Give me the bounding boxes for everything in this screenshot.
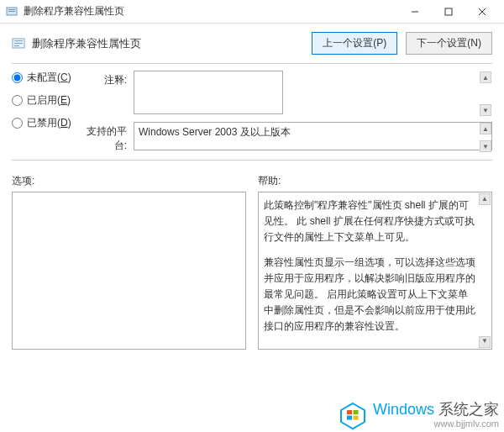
help-paragraph: 此策略控制"程序兼容性"属性页 shell 扩展的可见性。 此 shell 扩展… <box>264 198 478 246</box>
scroll-down-icon[interactable]: ▼ <box>480 140 491 152</box>
svg-rect-14 <box>347 416 352 420</box>
watermark: Windows 系统之家 www.bjjmlv.com <box>338 400 499 430</box>
bottom-area: 选项: 帮助: 此策略控制"程序兼容性"属性页 shell 扩展的可见性。 此 … <box>0 167 504 350</box>
platform-value: Windows Server 2003 及以上版本 <box>134 122 492 150</box>
options-column: 选项: <box>12 174 246 350</box>
help-label: 帮助: <box>258 174 492 188</box>
separator <box>12 63 492 64</box>
watermark-url: www.bjjmlv.com <box>373 419 499 429</box>
close-button[interactable] <box>465 1 499 23</box>
scroll-up-icon[interactable]: ▲ <box>480 71 491 83</box>
radio-group: 未配置(C) 已启用(E) 已禁用(D) <box>12 71 83 158</box>
config-area: 未配置(C) 已启用(E) 已禁用(D) 注释: ▲ ▼ 支持的平台: Wind… <box>0 71 504 158</box>
help-column: 帮助: 此策略控制"程序兼容性"属性页 shell 扩展的可见性。 此 shel… <box>258 174 492 350</box>
svg-rect-13 <box>353 410 358 414</box>
policy-icon <box>12 37 25 50</box>
help-paragraph: 兼容性属性页显示一组选项，可以选择这些选项并应用于应用程序，以解决影响旧版应用程… <box>264 255 478 335</box>
nav-buttons: 上一个设置(P) 下一个设置(N) <box>312 32 492 55</box>
scroll-down-icon[interactable]: ▼ <box>480 104 491 116</box>
radio-enabled[interactable]: 已启用(E) <box>12 93 83 108</box>
scroll-up-icon[interactable]: ▲ <box>480 123 491 134</box>
comment-row: 注释: ▲ ▼ <box>83 71 492 117</box>
svg-rect-8 <box>14 40 23 41</box>
watermark-text: Windows 系统之家 www.bjjmlv.com <box>373 402 499 429</box>
next-setting-button[interactable]: 下一个设置(N) <box>406 32 492 55</box>
window-title: 删除程序兼容性属性页 <box>24 4 398 18</box>
radio-disabled[interactable]: 已禁用(D) <box>12 116 83 130</box>
platform-label: 支持的平台: <box>83 122 134 153</box>
header-row: 删除程序兼容性属性页 上一个设置(P) 下一个设置(N) <box>0 24 504 61</box>
scroll-down-icon[interactable]: ▼ <box>479 336 491 348</box>
options-label: 选项: <box>12 174 246 188</box>
separator <box>12 160 492 161</box>
titlebar: 删除程序兼容性属性页 <box>0 0 504 24</box>
windows-logo-icon <box>338 400 368 430</box>
comment-textarea[interactable] <box>134 71 283 114</box>
svg-rect-10 <box>14 45 19 46</box>
previous-setting-button[interactable]: 上一个设置(P) <box>312 32 397 55</box>
radio-not-configured-input[interactable] <box>12 72 23 83</box>
comment-label: 注释: <box>83 71 134 117</box>
radio-label: 未配置(C) <box>27 71 71 85</box>
svg-rect-4 <box>445 8 452 15</box>
platform-row: 支持的平台: Windows Server 2003 及以上版本 ▲ ▼ <box>83 122 492 153</box>
radio-disabled-input[interactable] <box>12 118 23 129</box>
page-title: 删除程序兼容性属性页 <box>32 36 312 51</box>
help-panel: 此策略控制"程序兼容性"属性页 shell 扩展的可见性。 此 shell 扩展… <box>258 192 492 350</box>
options-panel <box>12 192 246 350</box>
maximize-button[interactable] <box>432 1 465 23</box>
svg-rect-2 <box>8 11 15 12</box>
window-controls <box>398 1 499 23</box>
scroll-up-icon[interactable]: ▲ <box>479 193 491 205</box>
fields-column: 注释: ▲ ▼ 支持的平台: Windows Server 2003 及以上版本… <box>83 71 492 158</box>
svg-rect-15 <box>353 416 358 420</box>
minimize-button[interactable] <box>398 1 432 23</box>
radio-label: 已启用(E) <box>27 93 71 108</box>
svg-rect-12 <box>347 410 352 414</box>
svg-rect-9 <box>14 43 23 44</box>
radio-label: 已禁用(D) <box>27 116 71 130</box>
svg-marker-11 <box>341 403 365 429</box>
svg-rect-1 <box>8 9 15 10</box>
app-icon <box>5 5 18 18</box>
radio-enabled-input[interactable] <box>12 95 23 106</box>
radio-not-configured[interactable]: 未配置(C) <box>12 71 83 85</box>
